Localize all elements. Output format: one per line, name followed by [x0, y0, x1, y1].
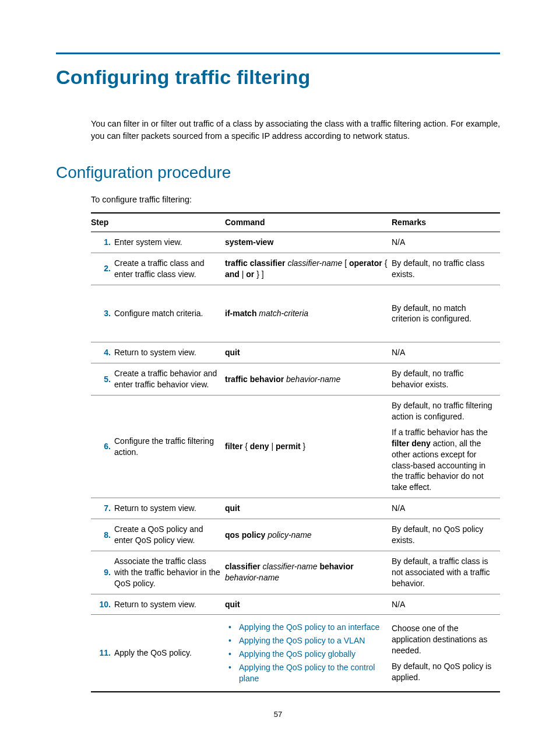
top-rule	[56, 52, 500, 54]
step-number: 10.	[91, 594, 114, 615]
table-row: 6.Configure the traffic filtering action…	[91, 396, 500, 498]
step-command: filter { deny | permit }	[225, 396, 392, 498]
step-description: Return to system view.	[114, 342, 225, 363]
table-row: 9.Associate the traffic class with the t…	[91, 551, 500, 594]
step-remarks: By default, a traffic class is not assoc…	[392, 551, 500, 594]
step-remarks: N/A	[392, 594, 500, 615]
step-description: Create a traffic behavior and enter traf…	[114, 363, 225, 396]
procedure-table: Step Command Remarks 1.Enter system view…	[91, 212, 500, 692]
step-command: Applying the QoS policy to an interfaceA…	[225, 615, 392, 692]
step-command: traffic behavior behavior-name	[225, 363, 392, 396]
step-number: 6.	[91, 396, 114, 498]
step-remarks: N/A	[392, 342, 500, 363]
table-row: 11.Apply the QoS policy.Applying the QoS…	[91, 615, 500, 692]
apply-policy-link[interactable]: Applying the QoS policy to a VLAN	[237, 635, 388, 646]
step-description: Apply the QoS policy.	[114, 615, 225, 692]
table-row: 1.Enter system view.system-viewN/A	[91, 232, 500, 253]
step-description: Enter system view.	[114, 232, 225, 253]
step-number: 4.	[91, 342, 114, 363]
step-description: Create a QoS policy and enter QoS policy…	[114, 519, 225, 551]
table-row: 5.Create a traffic behavior and enter tr…	[91, 363, 500, 396]
col-command: Command	[225, 213, 392, 232]
step-description: Configure the traffic filtering action.	[114, 396, 225, 498]
step-number: 7.	[91, 498, 114, 519]
step-number: 8.	[91, 519, 114, 551]
step-remarks: N/A	[392, 498, 500, 519]
col-remarks: Remarks	[392, 213, 500, 232]
step-command: quit	[225, 342, 392, 363]
col-step: Step	[91, 213, 225, 232]
step-number: 1.	[91, 232, 114, 253]
step-remarks: N/A	[392, 232, 500, 253]
table-row: 4.Return to system view.quitN/A	[91, 342, 500, 363]
step-number: 9.	[91, 551, 114, 594]
lead-paragraph: To configure traffic filtering:	[56, 195, 500, 204]
apply-policy-link[interactable]: Applying the QoS policy globally	[237, 649, 388, 660]
table-row: 2.Create a traffic class and enter traff…	[91, 253, 500, 285]
step-remarks: By default, no match criterion is config…	[392, 285, 500, 342]
step-command: if-match match-criteria	[225, 285, 392, 342]
step-number: 2.	[91, 253, 114, 285]
step-description: Return to system view.	[114, 498, 225, 519]
step-number: 11.	[91, 615, 114, 692]
step-command: traffic classifier classifier-name [ ope…	[225, 253, 392, 285]
table-row: 8.Create a QoS policy and enter QoS poli…	[91, 519, 500, 551]
step-description: Create a traffic class and enter traffic…	[114, 253, 225, 285]
apply-policy-link[interactable]: Applying the QoS policy to the control p…	[237, 662, 388, 684]
intro-paragraph: You can filter in or filter out traffic …	[56, 118, 500, 142]
table-row: 10.Return to system view.quitN/A	[91, 594, 500, 615]
step-description: Associate the traffic class with the tra…	[114, 551, 225, 594]
step-remarks: By default, no traffic class exists.	[392, 253, 500, 285]
step-remarks: By default, no QoS policy exists.	[392, 519, 500, 551]
step-command: quit	[225, 498, 392, 519]
step-description: Return to system view.	[114, 594, 225, 615]
step-command: classifier classifier-name behavior beha…	[225, 551, 392, 594]
step-number: 3.	[91, 285, 114, 342]
page-number: 57	[0, 710, 556, 719]
section-heading: Configuration procedure	[56, 163, 500, 182]
step-remarks: By default, no traffic behavior exists.	[392, 363, 500, 396]
step-remarks: By default, no traffic filtering action …	[392, 396, 500, 498]
page-title: Configuring traffic filtering	[56, 66, 500, 89]
apply-policy-link[interactable]: Applying the QoS policy to an interface	[237, 622, 388, 633]
step-description: Configure match criteria.	[114, 285, 225, 342]
table-row: 7.Return to system view.quitN/A	[91, 498, 500, 519]
step-remarks: Choose one of the application destinatio…	[392, 615, 500, 692]
step-command: system-view	[225, 232, 392, 253]
step-command: qos policy policy-name	[225, 519, 392, 551]
step-number: 5.	[91, 363, 114, 396]
table-row: 3.Configure match criteria.if-match matc…	[91, 285, 500, 342]
step-command: quit	[225, 594, 392, 615]
